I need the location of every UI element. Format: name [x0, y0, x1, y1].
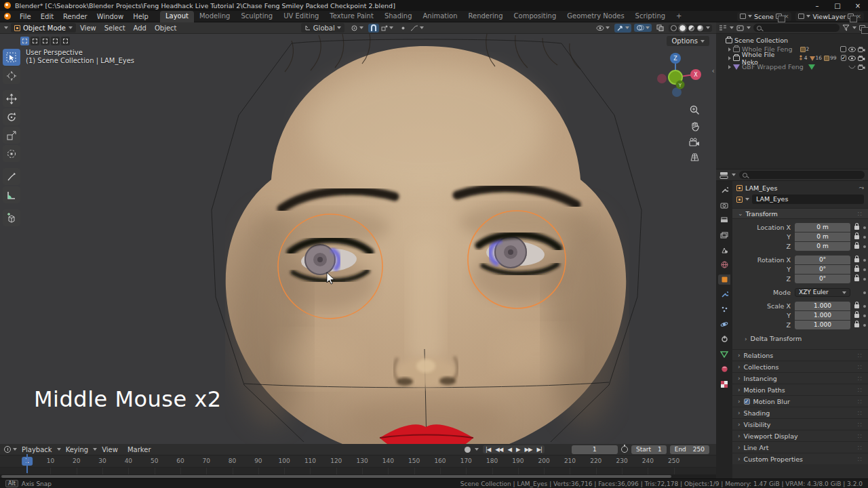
- section-viewport-display[interactable]: ›Viewport Display::: [732, 430, 868, 441]
- mode-dropdown[interactable]: Object Mode: [11, 23, 76, 33]
- expand-arrow-icon[interactable]: [728, 65, 731, 69]
- pan-hand-icon[interactable]: [690, 121, 700, 131]
- transform-panel-header[interactable]: ⌄ Transform ::: [732, 208, 868, 219]
- 3d-viewport[interactable]: User Perspective (1) Scene Collection | …: [0, 34, 716, 444]
- animate-dot-icon[interactable]: [863, 278, 866, 281]
- lock-icon[interactable]: [854, 304, 859, 308]
- tab-output[interactable]: [718, 215, 730, 225]
- minimize-button[interactable]: –: [807, 2, 827, 9]
- scrollbar-handle[interactable]: [1, 475, 671, 478]
- timeline-ruler[interactable]: 1102030405060708090100110120130140150160…: [0, 455, 716, 468]
- tab-object[interactable]: [718, 274, 730, 285]
- menu-object[interactable]: Object: [155, 24, 177, 32]
- camera-view-icon[interactable]: [689, 138, 700, 146]
- rotation-y-field[interactable]: 0°: [795, 265, 850, 274]
- location-y-field[interactable]: 0 m: [795, 232, 850, 241]
- tool-annotate[interactable]: [3, 168, 20, 185]
- scale-x-field[interactable]: 1.000: [795, 302, 850, 310]
- overlays-toggle[interactable]: [634, 24, 652, 32]
- disable-render-camera-icon[interactable]: [858, 47, 865, 52]
- menu-render[interactable]: Render: [63, 13, 87, 20]
- sidebar-collapse-arrow[interactable]: ‹: [712, 66, 715, 75]
- tab-physics[interactable]: [718, 319, 730, 329]
- tool-select-box[interactable]: [3, 49, 20, 66]
- outliner-row-whole-file-neko[interactable]: Whole File Neko 4 16 99 ✓: [716, 54, 868, 62]
- tab-constraints[interactable]: [718, 334, 730, 344]
- tab-tool[interactable]: [718, 185, 730, 195]
- location-z-field[interactable]: 0 m: [795, 242, 850, 251]
- menu-window[interactable]: Window: [97, 13, 123, 20]
- animate-dot-icon[interactable]: [863, 324, 866, 327]
- new-scene-icon[interactable]: [776, 14, 782, 19]
- expand-arrow-icon[interactable]: [728, 56, 731, 60]
- select-mode-invert[interactable]: [51, 37, 60, 45]
- select-mode-subtract[interactable]: [41, 37, 50, 45]
- properties-editor-icon[interactable]: [719, 171, 728, 179]
- section-custom-properties[interactable]: ›Custom Properties::: [732, 453, 868, 464]
- tool-scale[interactable]: [3, 127, 20, 144]
- screen-toggle-icon[interactable]: [848, 64, 856, 70]
- snap-target-dropdown[interactable]: [379, 24, 395, 32]
- lock-icon[interactable]: [854, 226, 859, 230]
- animate-dot-icon[interactable]: [863, 305, 866, 308]
- viewlayer-selector[interactable]: ViewLayer ×: [795, 12, 864, 21]
- select-mode-extend[interactable]: [31, 37, 39, 45]
- next-keyframe-button[interactable]: ▶▶: [524, 446, 532, 453]
- lock-icon[interactable]: [854, 235, 859, 239]
- frame-end-field[interactable]: End250: [670, 445, 709, 454]
- frame-start-field[interactable]: Start1: [631, 445, 667, 454]
- playhead[interactable]: [26, 454, 28, 473]
- tab-scripting[interactable]: Scripting: [630, 11, 671, 22]
- lock-icon[interactable]: [854, 258, 859, 262]
- filter-icon[interactable]: [842, 24, 850, 31]
- rotation-x-field[interactable]: 0°: [795, 256, 850, 264]
- exclude-checkbox-checked[interactable]: ✓: [841, 55, 847, 61]
- zoom-icon[interactable]: [690, 105, 700, 115]
- section-motion-blur[interactable]: ›✓Motion Blur::: [732, 395, 868, 407]
- section-visibility[interactable]: ›Visibility::: [732, 418, 868, 430]
- new-collection-button[interactable]: [859, 25, 865, 30]
- lock-icon[interactable]: [854, 268, 859, 272]
- proportional-falloff-dropdown[interactable]: [408, 24, 426, 32]
- blender-menu-icon[interactable]: [4, 13, 11, 20]
- outliner-row-gbf-wrapped-feng[interactable]: GBF Wrapped Feng: [716, 62, 868, 71]
- jump-to-start-button[interactable]: |◀: [486, 446, 490, 453]
- expand-arrow-icon[interactable]: [728, 47, 731, 52]
- add-workspace-button[interactable]: +: [671, 11, 687, 22]
- tab-modeling[interactable]: Modeling: [194, 11, 236, 22]
- menu-view[interactable]: View: [102, 446, 118, 453]
- tool-move[interactable]: [3, 90, 20, 107]
- current-frame-field[interactable]: 1: [572, 445, 618, 454]
- tab-texture[interactable]: [718, 379, 730, 389]
- timeline-editor-icon[interactable]: [4, 446, 11, 453]
- menu-add[interactable]: Add: [134, 24, 146, 32]
- tool-measure[interactable]: [3, 186, 20, 203]
- tab-modifiers[interactable]: [718, 289, 730, 300]
- proportional-edit-toggle[interactable]: [398, 24, 408, 32]
- tab-material[interactable]: [718, 364, 730, 374]
- scene-selector[interactable]: Scene ×: [737, 12, 792, 21]
- pin-icon[interactable]: ⤳: [859, 184, 864, 192]
- lock-icon[interactable]: [854, 277, 859, 281]
- object-name-field[interactable]: LAM_Eyes: [752, 195, 864, 204]
- animate-dot-icon[interactable]: [863, 259, 866, 262]
- jump-to-end-button[interactable]: ▶|: [537, 446, 542, 453]
- xray-toggle[interactable]: [654, 24, 666, 32]
- hide-eye-icon[interactable]: [848, 47, 856, 52]
- scale-z-field[interactable]: 1.000: [795, 321, 850, 329]
- timeline-tracks[interactable]: [0, 468, 716, 474]
- snap-toggle[interactable]: [368, 24, 379, 33]
- section-delta-transform[interactable]: › Delta Transform: [732, 333, 868, 344]
- tab-uv-editing[interactable]: UV Editing: [278, 11, 324, 22]
- tab-compositing[interactable]: Compositing: [509, 11, 562, 22]
- menu-edit[interactable]: Edit: [41, 13, 54, 20]
- tab-view-layer[interactable]: [718, 230, 730, 240]
- tool-rotate[interactable]: [3, 108, 20, 125]
- animate-dot-icon[interactable]: [863, 236, 866, 239]
- shading-solid-icon[interactable]: [679, 25, 686, 31]
- disable-render-camera-icon[interactable]: [858, 56, 865, 61]
- orthographic-grid-icon[interactable]: [690, 152, 700, 161]
- lock-icon[interactable]: [854, 314, 859, 318]
- menu-file[interactable]: File: [20, 13, 31, 20]
- section-relations[interactable]: ›Relations::: [732, 349, 868, 361]
